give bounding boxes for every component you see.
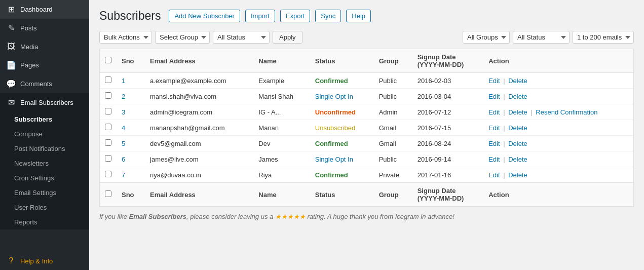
row-0-action-edit[interactable]: Edit [488, 77, 500, 85]
row-2-checkbox[interactable] [105, 108, 111, 114]
row-6-email: riya@duvaa.co.in [145, 167, 253, 183]
main-content: Subscribers Add New Subscriber Import Ex… [89, 0, 644, 270]
row-5-sno-link[interactable]: 6 [122, 156, 125, 163]
row-2-sno: 3 [117, 104, 145, 120]
row-1-checkbox[interactable] [105, 92, 111, 99]
row-6-action-edit[interactable]: Edit [488, 171, 500, 179]
row-1-status: Single Opt In [310, 89, 374, 104]
row-5-checkbox-cell [100, 151, 117, 167]
row-6-action-delete[interactable]: Delete [508, 171, 527, 179]
row-4-action-edit[interactable]: Edit [488, 140, 500, 147]
row-4-action-delete[interactable]: Delete [508, 140, 527, 147]
row-3-action-delete[interactable]: Delete [508, 124, 527, 132]
row-1-action-delete[interactable]: Delete [508, 93, 527, 100]
row-5-checkbox[interactable] [105, 155, 111, 162]
row-1-sno-link[interactable]: 2 [122, 93, 125, 100]
sidebar-sub-item-email-settings[interactable]: Email Settings [0, 185, 89, 200]
footer-note-middle: , please consider leaving us a [186, 213, 275, 220]
table-row: 2mansi.shah@viva.comMansi ShahSingle Opt… [100, 89, 633, 104]
row-6-checkbox[interactable] [105, 171, 111, 177]
row-0-checkbox-cell [100, 73, 117, 89]
footer-name: Name [253, 183, 310, 207]
bulk-actions-select[interactable]: Bulk Actions Delete [99, 31, 152, 44]
row-5-actions: Edit | Delete [483, 151, 633, 167]
select-all-checkbox[interactable] [105, 57, 111, 63]
import-button[interactable]: Import [245, 10, 275, 22]
row-1-group: Public [374, 89, 412, 104]
add-new-subscriber-button[interactable]: Add New Subscriber [169, 10, 240, 22]
action-separator: | [502, 93, 507, 100]
row-0-date: 2016-02-03 [412, 73, 483, 89]
row-2-action-resend-confirmation[interactable]: Resend Confirmation [536, 108, 597, 116]
header-status: Status [310, 49, 374, 73]
row-1-email: mansi.shah@viva.com [145, 89, 253, 104]
sidebar-sub-section: Subscribers Compose Post Notifications N… [0, 112, 89, 229]
row-1-action-edit[interactable]: Edit [488, 93, 500, 100]
select-group-select[interactable]: Select Group Public Admin Gmail Private [155, 31, 210, 44]
footer-status: Status [310, 183, 374, 207]
all-status-select[interactable]: All Status Confirmed Unconfirmed Single … [213, 31, 270, 44]
sidebar-item-dashboard[interactable]: ⊞ Dashboard [0, 0, 89, 19]
row-1-name: Mansi Shah [253, 89, 310, 104]
row-6-status: Confirmed [310, 167, 374, 183]
sidebar-sub-item-subscribers[interactable]: Subscribers [0, 112, 89, 127]
row-2-group: Admin [374, 104, 412, 120]
row-2-action-delete[interactable]: Delete [508, 108, 527, 116]
row-2-status: Unconfirmed [310, 104, 374, 120]
row-3-sno-link[interactable]: 4 [122, 124, 125, 132]
row-2-checkbox-cell [100, 104, 117, 120]
sidebar-sub-item-post-notifications[interactable]: Post Notifications [0, 141, 89, 156]
row-0-sno-link[interactable]: 1 [122, 77, 125, 85]
row-4-name: Dev [253, 136, 310, 151]
row-0-checkbox[interactable] [105, 76, 111, 83]
action-separator: | [502, 156, 507, 163]
email-subscribers-icon: ✉ [6, 98, 16, 107]
footer-note: If you like Email Subscribers, please co… [99, 213, 634, 220]
row-4-group: Gmail [374, 136, 412, 151]
sidebar-item-media[interactable]: 🖼 Media [0, 37, 89, 56]
row-2-action-edit[interactable]: Edit [488, 108, 500, 116]
all-groups-right-select[interactable]: All Groups Public Admin Gmail Private [463, 31, 510, 44]
row-3-email: mananpshah@gmail.com [145, 120, 253, 136]
row-0-action-delete[interactable]: Delete [508, 77, 527, 85]
row-5-action-delete[interactable]: Delete [508, 156, 527, 163]
table-row: 5dev5@gmail.comDevConfirmedGmail2016-08-… [100, 136, 633, 151]
row-5-group: Public [374, 151, 412, 167]
apply-button[interactable]: Apply [273, 31, 302, 44]
header-sno: Sno [117, 49, 145, 73]
page-title: Subscribers [99, 9, 161, 23]
header-group: Group [374, 49, 412, 73]
all-status-right-select[interactable]: All Status Confirmed Unconfirmed Single … [513, 31, 570, 44]
row-5-action-edit[interactable]: Edit [488, 156, 500, 163]
row-2-name: IG - A... [253, 104, 310, 120]
row-4-checkbox[interactable] [105, 139, 111, 146]
sidebar-item-pages[interactable]: 📄 Pages [0, 56, 89, 74]
row-3-checkbox[interactable] [105, 124, 111, 130]
sidebar-sub-item-cron-settings[interactable]: Cron Settings [0, 171, 89, 185]
footer-signup-date: Signup Date(YYYY-MM-DD) [412, 183, 483, 207]
sub-label: Compose [14, 130, 43, 138]
row-6-sno-link[interactable]: 7 [122, 171, 125, 179]
sidebar-item-help-info[interactable]: ? Help & Info [0, 252, 89, 270]
help-button[interactable]: Help [346, 10, 371, 22]
row-2-sno-link[interactable]: 3 [122, 108, 125, 116]
header-signup-date: Signup Date(YYYY-MM-DD) [412, 49, 483, 73]
row-6-group: Private [374, 167, 412, 183]
pagination-select[interactable]: 1 to 200 emails [573, 31, 634, 44]
sidebar-sub-item-compose[interactable]: Compose [0, 127, 89, 141]
sidebar-item-posts[interactable]: ✎ Posts [0, 19, 89, 37]
sidebar-sub-item-newsletters[interactable]: Newsletters [0, 156, 89, 171]
table-row: 4mananpshah@gmail.comMananUnsubscribedGm… [100, 120, 633, 136]
row-3-action-edit[interactable]: Edit [488, 124, 500, 132]
row-4-sno-link[interactable]: 5 [122, 140, 125, 147]
footer-select-all-checkbox[interactable] [105, 190, 111, 197]
sidebar-item-email-subscribers[interactable]: ✉ Email Subscribers [0, 93, 89, 112]
sidebar-sub-item-reports[interactable]: Reports [0, 215, 89, 229]
comments-icon: 💬 [6, 79, 16, 89]
export-button[interactable]: Export [280, 10, 311, 22]
row-6-date: 2017-01-16 [412, 167, 483, 183]
sidebar-sub-item-user-roles[interactable]: User Roles [0, 200, 89, 215]
sidebar-item-comments[interactable]: 💬 Comments [0, 74, 89, 93]
sync-button[interactable]: Sync [315, 10, 341, 22]
row-4-checkbox-cell [100, 136, 117, 151]
